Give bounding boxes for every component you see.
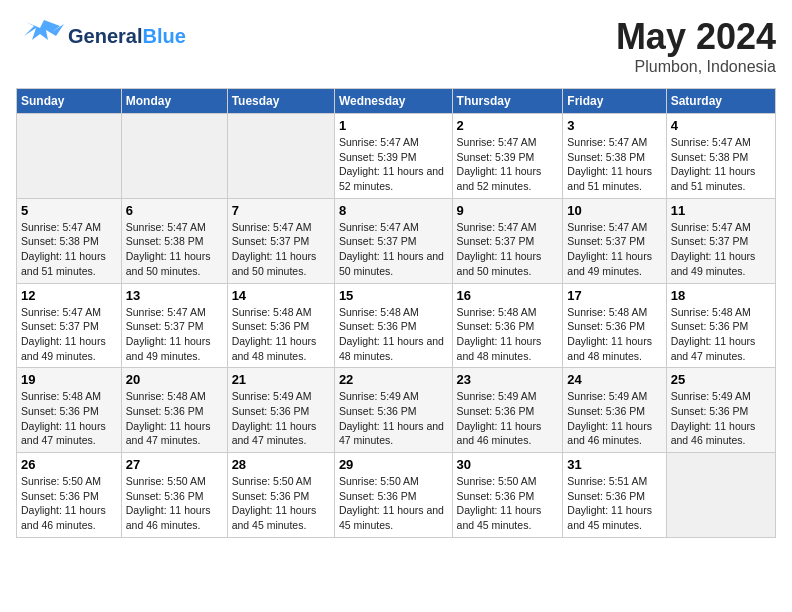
calendar-cell: 26Sunrise: 5:50 AMSunset: 5:36 PMDayligh…	[17, 453, 122, 538]
day-number: 19	[21, 372, 117, 387]
day-info: Sunrise: 5:49 AMSunset: 5:36 PMDaylight:…	[232, 389, 330, 448]
day-info: Sunrise: 5:48 AMSunset: 5:36 PMDaylight:…	[126, 389, 223, 448]
day-info: Sunrise: 5:48 AMSunset: 5:36 PMDaylight:…	[21, 389, 117, 448]
calendar-week-row: 26Sunrise: 5:50 AMSunset: 5:36 PMDayligh…	[17, 453, 776, 538]
day-info: Sunrise: 5:50 AMSunset: 5:36 PMDaylight:…	[339, 474, 448, 533]
calendar-cell: 23Sunrise: 5:49 AMSunset: 5:36 PMDayligh…	[452, 368, 563, 453]
calendar-week-row: 1Sunrise: 5:47 AMSunset: 5:39 PMDaylight…	[17, 114, 776, 199]
calendar-cell: 30Sunrise: 5:50 AMSunset: 5:36 PMDayligh…	[452, 453, 563, 538]
calendar-cell: 24Sunrise: 5:49 AMSunset: 5:36 PMDayligh…	[563, 368, 666, 453]
day-number: 31	[567, 457, 661, 472]
calendar-cell: 10Sunrise: 5:47 AMSunset: 5:37 PMDayligh…	[563, 198, 666, 283]
calendar-cell: 16Sunrise: 5:48 AMSunset: 5:36 PMDayligh…	[452, 283, 563, 368]
day-info: Sunrise: 5:51 AMSunset: 5:36 PMDaylight:…	[567, 474, 661, 533]
calendar-cell: 2Sunrise: 5:47 AMSunset: 5:39 PMDaylight…	[452, 114, 563, 199]
day-number: 18	[671, 288, 771, 303]
day-info: Sunrise: 5:47 AMSunset: 5:37 PMDaylight:…	[671, 220, 771, 279]
calendar-week-row: 12Sunrise: 5:47 AMSunset: 5:37 PMDayligh…	[17, 283, 776, 368]
calendar-cell: 21Sunrise: 5:49 AMSunset: 5:36 PMDayligh…	[227, 368, 334, 453]
day-info: Sunrise: 5:50 AMSunset: 5:36 PMDaylight:…	[126, 474, 223, 533]
calendar-cell	[17, 114, 122, 199]
day-info: Sunrise: 5:48 AMSunset: 5:36 PMDaylight:…	[567, 305, 661, 364]
calendar-cell: 12Sunrise: 5:47 AMSunset: 5:37 PMDayligh…	[17, 283, 122, 368]
day-info: Sunrise: 5:48 AMSunset: 5:36 PMDaylight:…	[339, 305, 448, 364]
col-header-sunday: Sunday	[17, 89, 122, 114]
day-info: Sunrise: 5:49 AMSunset: 5:36 PMDaylight:…	[457, 389, 559, 448]
calendar-cell: 27Sunrise: 5:50 AMSunset: 5:36 PMDayligh…	[121, 453, 227, 538]
day-number: 27	[126, 457, 223, 472]
calendar-cell: 31Sunrise: 5:51 AMSunset: 5:36 PMDayligh…	[563, 453, 666, 538]
day-info: Sunrise: 5:49 AMSunset: 5:36 PMDaylight:…	[567, 389, 661, 448]
day-number: 23	[457, 372, 559, 387]
day-number: 4	[671, 118, 771, 133]
day-number: 26	[21, 457, 117, 472]
day-number: 12	[21, 288, 117, 303]
col-header-wednesday: Wednesday	[334, 89, 452, 114]
page-title: May 2024	[616, 16, 776, 58]
logo: GeneralBlue	[16, 16, 186, 56]
calendar-cell: 15Sunrise: 5:48 AMSunset: 5:36 PMDayligh…	[334, 283, 452, 368]
calendar-cell: 13Sunrise: 5:47 AMSunset: 5:37 PMDayligh…	[121, 283, 227, 368]
day-info: Sunrise: 5:47 AMSunset: 5:37 PMDaylight:…	[457, 220, 559, 279]
day-number: 3	[567, 118, 661, 133]
day-info: Sunrise: 5:47 AMSunset: 5:37 PMDaylight:…	[339, 220, 448, 279]
calendar-cell: 14Sunrise: 5:48 AMSunset: 5:36 PMDayligh…	[227, 283, 334, 368]
col-header-tuesday: Tuesday	[227, 89, 334, 114]
calendar-cell	[121, 114, 227, 199]
day-number: 17	[567, 288, 661, 303]
day-number: 14	[232, 288, 330, 303]
calendar-cell: 6Sunrise: 5:47 AMSunset: 5:38 PMDaylight…	[121, 198, 227, 283]
day-number: 10	[567, 203, 661, 218]
svg-marker-0	[24, 20, 64, 40]
day-info: Sunrise: 5:47 AMSunset: 5:39 PMDaylight:…	[339, 135, 448, 194]
day-number: 11	[671, 203, 771, 218]
day-info: Sunrise: 5:47 AMSunset: 5:38 PMDaylight:…	[21, 220, 117, 279]
calendar-cell: 11Sunrise: 5:47 AMSunset: 5:37 PMDayligh…	[666, 198, 775, 283]
day-info: Sunrise: 5:47 AMSunset: 5:39 PMDaylight:…	[457, 135, 559, 194]
day-number: 8	[339, 203, 448, 218]
day-number: 2	[457, 118, 559, 133]
day-info: Sunrise: 5:50 AMSunset: 5:36 PMDaylight:…	[232, 474, 330, 533]
day-info: Sunrise: 5:47 AMSunset: 5:37 PMDaylight:…	[567, 220, 661, 279]
day-info: Sunrise: 5:50 AMSunset: 5:36 PMDaylight:…	[457, 474, 559, 533]
calendar-cell: 25Sunrise: 5:49 AMSunset: 5:36 PMDayligh…	[666, 368, 775, 453]
calendar-table: SundayMondayTuesdayWednesdayThursdayFrid…	[16, 88, 776, 538]
day-number: 13	[126, 288, 223, 303]
day-number: 21	[232, 372, 330, 387]
calendar-cell: 4Sunrise: 5:47 AMSunset: 5:38 PMDaylight…	[666, 114, 775, 199]
day-info: Sunrise: 5:47 AMSunset: 5:37 PMDaylight:…	[126, 305, 223, 364]
day-number: 28	[232, 457, 330, 472]
calendar-cell: 5Sunrise: 5:47 AMSunset: 5:38 PMDaylight…	[17, 198, 122, 283]
calendar-cell: 28Sunrise: 5:50 AMSunset: 5:36 PMDayligh…	[227, 453, 334, 538]
day-number: 22	[339, 372, 448, 387]
day-number: 24	[567, 372, 661, 387]
col-header-monday: Monday	[121, 89, 227, 114]
calendar-cell: 20Sunrise: 5:48 AMSunset: 5:36 PMDayligh…	[121, 368, 227, 453]
day-number: 7	[232, 203, 330, 218]
day-info: Sunrise: 5:47 AMSunset: 5:38 PMDaylight:…	[126, 220, 223, 279]
day-number: 15	[339, 288, 448, 303]
calendar-cell: 9Sunrise: 5:47 AMSunset: 5:37 PMDaylight…	[452, 198, 563, 283]
calendar-cell: 18Sunrise: 5:48 AMSunset: 5:36 PMDayligh…	[666, 283, 775, 368]
calendar-week-row: 5Sunrise: 5:47 AMSunset: 5:38 PMDaylight…	[17, 198, 776, 283]
day-info: Sunrise: 5:50 AMSunset: 5:36 PMDaylight:…	[21, 474, 117, 533]
day-number: 5	[21, 203, 117, 218]
col-header-friday: Friday	[563, 89, 666, 114]
calendar-cell: 29Sunrise: 5:50 AMSunset: 5:36 PMDayligh…	[334, 453, 452, 538]
day-number: 9	[457, 203, 559, 218]
calendar-week-row: 19Sunrise: 5:48 AMSunset: 5:36 PMDayligh…	[17, 368, 776, 453]
day-number: 6	[126, 203, 223, 218]
day-info: Sunrise: 5:47 AMSunset: 5:37 PMDaylight:…	[232, 220, 330, 279]
day-info: Sunrise: 5:48 AMSunset: 5:36 PMDaylight:…	[457, 305, 559, 364]
day-info: Sunrise: 5:48 AMSunset: 5:36 PMDaylight:…	[671, 305, 771, 364]
calendar-cell: 8Sunrise: 5:47 AMSunset: 5:37 PMDaylight…	[334, 198, 452, 283]
day-info: Sunrise: 5:48 AMSunset: 5:36 PMDaylight:…	[232, 305, 330, 364]
calendar-cell: 1Sunrise: 5:47 AMSunset: 5:39 PMDaylight…	[334, 114, 452, 199]
title-block: May 2024 Plumbon, Indonesia	[616, 16, 776, 76]
logo-text: GeneralBlue	[68, 25, 186, 47]
day-info: Sunrise: 5:47 AMSunset: 5:38 PMDaylight:…	[567, 135, 661, 194]
page-subtitle: Plumbon, Indonesia	[616, 58, 776, 76]
calendar-cell: 22Sunrise: 5:49 AMSunset: 5:36 PMDayligh…	[334, 368, 452, 453]
calendar-cell	[666, 453, 775, 538]
logo-icon	[16, 16, 64, 56]
